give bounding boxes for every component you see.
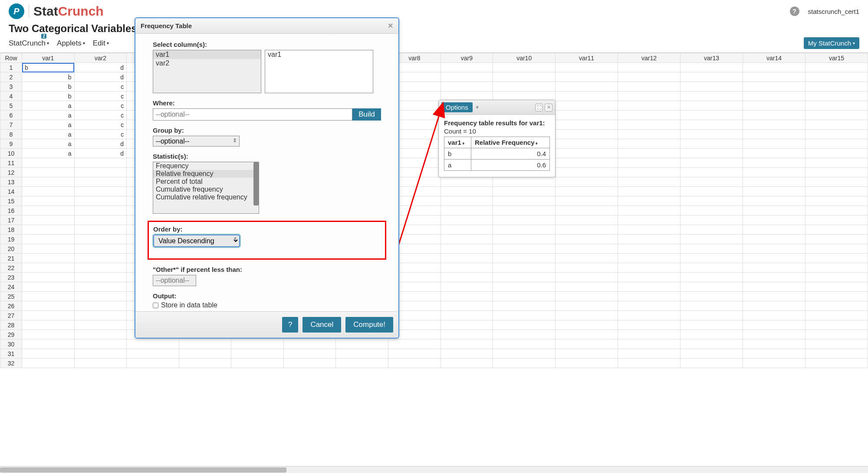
cell[interactable] — [493, 206, 556, 215]
cell[interactable] — [618, 177, 681, 187]
cell[interactable] — [681, 91, 743, 101]
cell[interactable] — [441, 301, 493, 311]
cell[interactable] — [556, 273, 618, 282]
cell[interactable] — [743, 254, 806, 263]
cell[interactable] — [556, 282, 618, 292]
row-number[interactable]: 4 — [0, 91, 22, 101]
cell[interactable] — [743, 215, 806, 225]
cell[interactable] — [681, 101, 743, 111]
row-number[interactable]: 12 — [0, 168, 22, 177]
cell[interactable] — [743, 120, 806, 130]
cell[interactable] — [74, 177, 127, 187]
cell[interactable] — [388, 359, 441, 368]
cell[interactable] — [493, 82, 556, 91]
cell[interactable]: c — [74, 101, 127, 111]
dialog-help-button[interactable]: ? — [282, 317, 298, 333]
cell[interactable] — [681, 311, 743, 320]
cell[interactable] — [493, 215, 556, 225]
cell[interactable] — [743, 339, 806, 349]
cell[interactable] — [805, 139, 868, 149]
dialog-titlebar[interactable]: Frequency Table ✕ — [135, 18, 398, 34]
cell[interactable] — [74, 168, 127, 177]
cell[interactable] — [556, 320, 618, 330]
row-number[interactable]: 17 — [0, 215, 22, 225]
cell[interactable] — [743, 292, 806, 301]
cell[interactable] — [618, 263, 681, 273]
cell[interactable] — [22, 320, 75, 330]
cell[interactable] — [805, 311, 868, 320]
row-number[interactable]: 28 — [0, 320, 22, 330]
cell[interactable] — [681, 149, 743, 158]
cell[interactable] — [22, 168, 75, 177]
compute-button[interactable]: Compute! — [345, 317, 393, 333]
cell[interactable] — [556, 292, 618, 301]
cell[interactable] — [743, 320, 806, 330]
cell[interactable] — [336, 339, 388, 349]
cell[interactable]: c — [74, 130, 127, 139]
cell[interactable] — [681, 244, 743, 254]
row-number[interactable]: 23 — [0, 273, 22, 282]
cell[interactable]: d — [74, 63, 127, 72]
cell[interactable] — [743, 139, 806, 149]
cell[interactable] — [441, 72, 493, 82]
cell[interactable] — [22, 177, 75, 187]
cell[interactable] — [493, 225, 556, 235]
cell[interactable] — [681, 273, 743, 282]
cell[interactable] — [681, 235, 743, 244]
column-header[interactable]: var1 — [22, 53, 75, 63]
row-number[interactable]: 30 — [0, 339, 22, 349]
cell[interactable] — [681, 359, 743, 368]
cell[interactable] — [556, 359, 618, 368]
cell[interactable] — [127, 349, 179, 359]
cell[interactable] — [805, 349, 868, 359]
cell[interactable] — [556, 168, 618, 177]
cell[interactable] — [441, 282, 493, 292]
cell[interactable] — [743, 225, 806, 235]
cell[interactable]: a — [22, 149, 75, 158]
cell[interactable] — [681, 320, 743, 330]
cell[interactable] — [681, 139, 743, 149]
other-threshold-input[interactable] — [153, 275, 196, 286]
cell[interactable] — [556, 139, 618, 149]
results-titlebar[interactable]: Options ▼ ⛶ ✕ — [439, 100, 555, 115]
cell[interactable] — [74, 206, 127, 215]
row-number[interactable]: 20 — [0, 244, 22, 254]
cell[interactable] — [805, 72, 868, 82]
cell[interactable] — [441, 292, 493, 301]
cell[interactable] — [805, 168, 868, 177]
cell[interactable] — [556, 301, 618, 311]
cell[interactable] — [618, 339, 681, 349]
listbox-item[interactable]: var2 — [153, 59, 261, 68]
cell[interactable] — [441, 187, 493, 196]
cell[interactable] — [743, 177, 806, 187]
available-columns-listbox[interactable]: var1var2 — [153, 50, 261, 93]
cell[interactable]: d — [74, 72, 127, 82]
cell[interactable] — [618, 282, 681, 292]
cell[interactable] — [805, 82, 868, 91]
cell[interactable]: c — [74, 120, 127, 130]
help-icon[interactable]: ? — [790, 7, 799, 16]
row-number[interactable]: 32 — [0, 359, 22, 368]
cell[interactable] — [556, 158, 618, 168]
cell[interactable] — [681, 158, 743, 168]
cell[interactable] — [22, 196, 75, 206]
cell[interactable] — [805, 111, 868, 120]
column-header[interactable]: var13 — [681, 53, 743, 63]
cell[interactable] — [681, 339, 743, 349]
close-icon[interactable]: ✕ — [545, 104, 552, 111]
cell[interactable] — [805, 254, 868, 263]
cell[interactable] — [618, 82, 681, 91]
cell[interactable] — [681, 72, 743, 82]
cell[interactable] — [493, 196, 556, 206]
cell[interactable] — [441, 225, 493, 235]
cell[interactable] — [127, 339, 179, 349]
cell[interactable] — [618, 320, 681, 330]
cell[interactable] — [743, 82, 806, 91]
cell[interactable] — [493, 359, 556, 368]
cell[interactable] — [74, 225, 127, 235]
cell[interactable] — [22, 273, 75, 282]
cell[interactable] — [743, 168, 806, 177]
cell[interactable] — [556, 149, 618, 158]
cell[interactable] — [805, 282, 868, 292]
cell[interactable] — [618, 72, 681, 82]
